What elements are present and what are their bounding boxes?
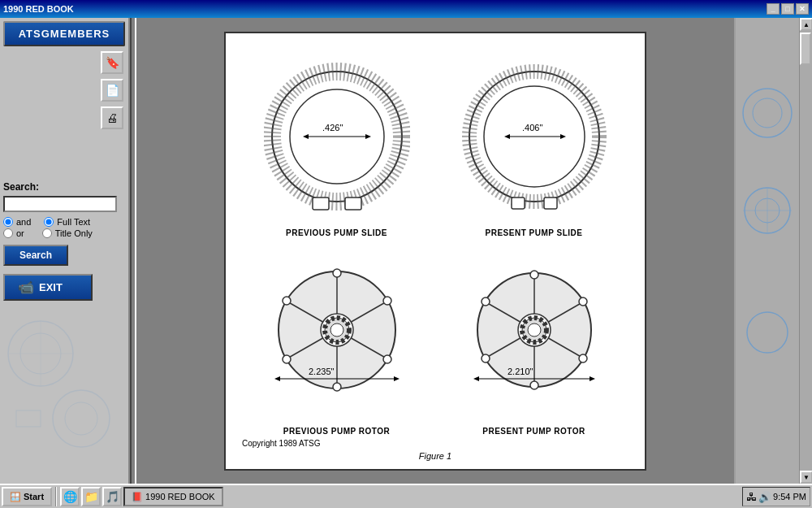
window-scrollbar: ▲ ▼	[799, 18, 812, 484]
search-button[interactable]: Search	[3, 245, 68, 266]
minimize-button[interactable]: _	[767, 3, 780, 15]
start-icon: 🪟	[10, 492, 21, 502]
svg-point-5	[65, 402, 97, 435]
titleonly-radio[interactable]	[42, 228, 52, 238]
and-label: and	[16, 217, 31, 227]
redbook-taskbar-button[interactable]: 📕 1990 RED BOOK	[123, 487, 223, 506]
or-radio[interactable]	[3, 228, 13, 238]
svg-text:.406": .406"	[522, 123, 542, 132]
titleonly-label: Title Only	[55, 228, 93, 238]
title-bar-controls: _ □ ✕	[767, 3, 809, 15]
svg-point-56	[482, 297, 490, 306]
scroll-up-button[interactable]: ▲	[800, 18, 812, 31]
svg-rect-20	[544, 198, 557, 209]
diagram-previous-pump-rotor: 2.235" PREVIOUS PUMP ROTOR	[242, 245, 431, 436]
document-icon: 📄	[106, 84, 119, 97]
app-body: ATSGMEMBERS 🔖 📄 🖨 Search: and	[0, 18, 812, 484]
volume-tray-icon: 🔊	[758, 491, 771, 503]
diagrams-grid: .426" PREVIOUS PUMP SLIDE	[242, 48, 628, 436]
svg-point-33	[333, 269, 341, 277]
redbook-taskbar-label: 1990 RED BOOK	[145, 492, 215, 501]
media-icon[interactable]: 🎵	[102, 487, 122, 506]
title-bar: 1990 RED BOOK _ □ ✕	[0, 0, 812, 18]
search-logic-group: and Full Text or Title Only	[3, 217, 125, 238]
and-radio[interactable]	[3, 217, 13, 227]
svg-point-61	[743, 89, 792, 137]
svg-rect-19	[512, 198, 525, 209]
fulltext-radio-row: Full Text	[44, 217, 90, 227]
ie-icon[interactable]: 🌐	[60, 487, 80, 506]
diagram-previous-pump-slide: .426" PREVIOUS PUMP SLIDE	[242, 48, 431, 238]
svg-point-49	[528, 323, 541, 336]
svg-point-52	[579, 297, 587, 306]
window-title: 1990 RED BOOK	[3, 4, 74, 14]
start-label: Start	[24, 492, 44, 501]
tray-time: 9:54 PM	[773, 492, 806, 501]
atsg-members-button[interactable]: ATSGMEMBERS	[3, 21, 125, 46]
present-pump-slide-svg: .406"	[439, 48, 628, 226]
svg-point-34	[383, 297, 391, 305]
svg-rect-11	[345, 198, 361, 210]
scroll-down-button[interactable]: ▼	[800, 471, 812, 484]
sidebar-divider	[130, 18, 136, 484]
present-pump-slide-label: PRESENT PUMP SLIDE	[486, 228, 583, 237]
content-area: .426" PREVIOUS PUMP SLIDE	[136, 18, 734, 484]
svg-text:2.210": 2.210"	[508, 367, 533, 376]
taskbar: 🪟 Start 🌐 📁 🎵 📕 1990 RED BOOK 🖧 🔊 9:54 P…	[0, 484, 812, 508]
fulltext-radio[interactable]	[44, 217, 54, 227]
redbook-taskbar-icon: 📕	[132, 492, 143, 502]
svg-point-36	[333, 383, 341, 391]
bookmark-icon: 🔖	[106, 56, 119, 69]
svg-point-53	[579, 354, 587, 363]
or-label: or	[16, 228, 24, 238]
svg-point-51	[530, 271, 538, 279]
sidebar: ATSGMEMBERS 🔖 📄 🖨 Search: and	[0, 18, 130, 484]
svg-point-31	[330, 323, 343, 336]
svg-point-55	[482, 354, 490, 363]
system-tray: 🖧 🔊 9:54 PM	[742, 487, 810, 506]
previous-pump-rotor-svg: 2.235"	[242, 245, 431, 423]
svg-marker-59	[590, 376, 595, 381]
copyright-text: Copyright 1989 ATSG	[242, 439, 321, 448]
print-icon-button[interactable]: 🖨	[101, 106, 123, 129]
svg-marker-41	[394, 376, 400, 381]
figure-label: Figure 1	[419, 451, 451, 461]
maximize-button[interactable]: □	[781, 3, 794, 15]
previous-pump-slide-label: PREVIOUS PUMP SLIDE	[286, 228, 387, 237]
previous-pump-slide-svg: .426"	[242, 48, 431, 226]
fulltext-label: Full Text	[57, 217, 90, 227]
bg-decoration	[0, 289, 130, 484]
folder-icon[interactable]: 📁	[81, 487, 101, 506]
search-label: Search:	[3, 181, 125, 193]
diagram-present-pump-slide: .406" PRESENT PUMP SLIDE	[439, 48, 628, 238]
present-pump-rotor-label: PRESENT PUMP ROTOR	[482, 427, 585, 436]
svg-point-54	[530, 381, 538, 389]
svg-text:.426": .426"	[322, 123, 343, 132]
svg-point-62	[753, 98, 782, 128]
and-radio-row: and	[3, 217, 31, 227]
right-decoration	[734, 18, 799, 484]
close-button[interactable]: ✕	[796, 3, 809, 15]
svg-marker-58	[473, 376, 479, 381]
svg-point-4	[53, 390, 110, 447]
network-tray-icon: 🖧	[746, 491, 757, 503]
svg-rect-10	[313, 198, 329, 210]
scroll-thumb[interactable]	[800, 33, 811, 65]
or-radio-row: or	[3, 228, 24, 238]
previous-pump-rotor-label: PREVIOUS PUMP ROTOR	[283, 427, 390, 436]
svg-point-38	[283, 297, 291, 305]
svg-marker-40	[274, 376, 280, 381]
start-button[interactable]: 🪟 Start	[2, 487, 52, 506]
svg-point-35	[383, 355, 391, 363]
print-icon: 🖨	[106, 111, 118, 124]
svg-point-65	[747, 312, 788, 353]
svg-text:2.235": 2.235"	[309, 367, 335, 376]
diagram-present-pump-rotor: 2.210" PRESENT PUMP ROTOR	[439, 245, 628, 436]
titleonly-radio-row: Title Only	[42, 228, 93, 238]
present-pump-rotor-svg: 2.210"	[439, 245, 628, 423]
document-icon-button[interactable]: 📄	[101, 79, 123, 102]
search-input[interactable]	[3, 196, 117, 212]
taskbar-separator	[55, 487, 57, 506]
scroll-track	[800, 31, 812, 471]
bookmark-icon-button[interactable]: 🔖	[101, 51, 123, 74]
